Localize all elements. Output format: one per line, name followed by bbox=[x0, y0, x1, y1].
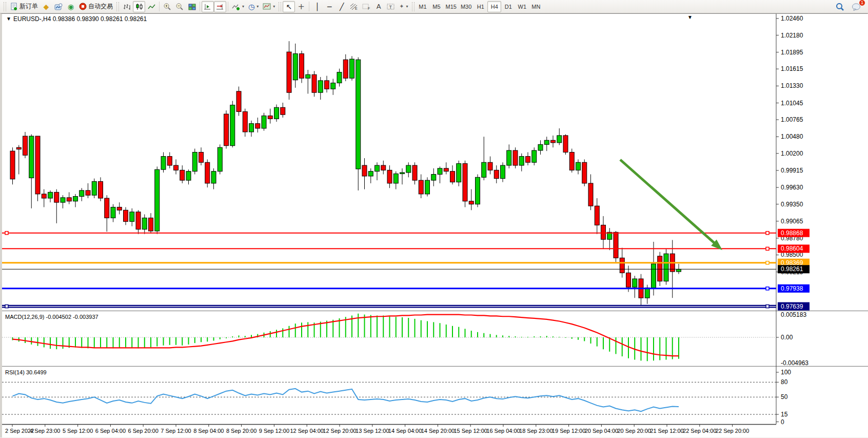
notification-badge: 1 bbox=[859, 0, 865, 6]
chevron-down-icon: ▾ bbox=[242, 4, 244, 9]
crosshair-icon: + bbox=[298, 3, 305, 11]
chart-shift-button[interactable] bbox=[214, 1, 226, 12]
notifications-button[interactable]: 1 bbox=[850, 1, 863, 12]
timeframe-W1[interactable]: W1 bbox=[515, 1, 529, 12]
toolbar-grip[interactable] bbox=[412, 2, 415, 11]
cursor-button[interactable]: ↖ bbox=[283, 1, 295, 12]
indicators-icon bbox=[232, 3, 240, 10]
svg-text:0: 0 bbox=[781, 418, 784, 426]
svg-text:1.01615: 1.01615 bbox=[781, 65, 803, 72]
auto-trade-label: 自动交易 bbox=[88, 2, 113, 11]
vertical-line-icon: │ bbox=[315, 3, 319, 10]
fibonacci-button[interactable]: E bbox=[348, 1, 360, 12]
candlestick-button[interactable] bbox=[133, 1, 145, 12]
tile-windows-button[interactable] bbox=[186, 1, 198, 12]
timeframe-M5[interactable]: M5 bbox=[430, 1, 444, 12]
text-button[interactable]: A bbox=[372, 1, 385, 12]
svg-text:9 Sep 12:00: 9 Sep 12:00 bbox=[259, 428, 289, 434]
timeframe-M1[interactable]: M1 bbox=[416, 1, 430, 12]
zoom-out-button[interactable] bbox=[173, 1, 186, 12]
svg-text:8 Sep 20:00: 8 Sep 20:00 bbox=[226, 428, 257, 434]
svg-text:50: 50 bbox=[781, 393, 788, 401]
svg-text:22 Sep 20:00: 22 Sep 20:00 bbox=[716, 428, 749, 434]
templates-button[interactable]: ▾ bbox=[261, 1, 277, 12]
svg-text:0.005183: 0.005183 bbox=[781, 311, 806, 318]
gold-button[interactable]: ◆ bbox=[40, 1, 52, 12]
periods-button[interactable]: ◷ ▾ bbox=[246, 1, 261, 12]
svg-text:14 Sep 20:00: 14 Sep 20:00 bbox=[421, 428, 455, 434]
chart-shift-marker[interactable]: ▼ bbox=[687, 14, 693, 20]
timeframe-M30[interactable]: M30 bbox=[459, 1, 474, 12]
indicators-button[interactable]: ▾ bbox=[230, 1, 246, 12]
new-order-label: 新订单 bbox=[19, 2, 38, 11]
equidistant-icon: F bbox=[362, 3, 370, 10]
zoom-out-icon bbox=[175, 3, 184, 10]
svg-text:1.01330: 1.01330 bbox=[781, 82, 803, 89]
templates-icon bbox=[263, 3, 271, 10]
timeframe-H4[interactable]: H4 bbox=[487, 1, 501, 12]
svg-text:20 Sep 04:00: 20 Sep 04:00 bbox=[585, 428, 618, 434]
text-label-button[interactable]: T bbox=[385, 1, 397, 12]
svg-text:22 Sep 04:00: 22 Sep 04:00 bbox=[683, 428, 716, 434]
bar-chart-button[interactable] bbox=[121, 1, 133, 12]
timeframe-M15[interactable]: M15 bbox=[444, 1, 459, 12]
line-chart-button[interactable] bbox=[145, 1, 157, 12]
toolbar-grip[interactable] bbox=[4, 2, 6, 11]
svg-text:6 Sep 20:00: 6 Sep 20:00 bbox=[128, 428, 159, 434]
svg-text:80: 80 bbox=[781, 378, 788, 386]
shapes-button[interactable]: ✦ ▾ bbox=[397, 1, 410, 12]
trendline-button[interactable]: ╱ bbox=[336, 1, 348, 12]
svg-text:0.98604: 0.98604 bbox=[781, 245, 803, 252]
new-order-button[interactable]: 新订单 bbox=[8, 1, 40, 12]
svg-text:1.00765: 1.00765 bbox=[781, 116, 803, 123]
search-icon bbox=[836, 3, 844, 11]
svg-text:14 Sep 04:00: 14 Sep 04:00 bbox=[388, 428, 422, 434]
shapes-icon: ✦ bbox=[399, 4, 404, 9]
timeframe-MN[interactable]: MN bbox=[529, 1, 543, 12]
fibonacci-icon: E bbox=[350, 3, 358, 10]
rsi-label: RSI(14) 30.6499 bbox=[5, 369, 47, 375]
vertical-line-button[interactable]: │ bbox=[311, 1, 323, 12]
svg-text:1.01045: 1.01045 bbox=[781, 100, 803, 107]
text-icon: A bbox=[377, 3, 381, 10]
chart-profile-button[interactable] bbox=[52, 1, 65, 12]
signal-button[interactable]: ◉ bbox=[65, 1, 77, 12]
svg-text:15 Sep 12:00: 15 Sep 12:00 bbox=[453, 428, 487, 434]
bar-chart-icon bbox=[123, 3, 131, 10]
chevron-down-icon: ▾ bbox=[257, 4, 259, 9]
svg-text:13 Sep 12:00: 13 Sep 12:00 bbox=[356, 428, 389, 434]
signal-icon: ◉ bbox=[68, 3, 74, 10]
auto-trade-button[interactable]: 自动交易 bbox=[77, 1, 115, 12]
search-button[interactable] bbox=[834, 1, 846, 12]
trendline-icon: ╱ bbox=[340, 3, 344, 10]
horizontal-line-icon: ─ bbox=[327, 3, 331, 10]
macd-label: MACD(12,26,9) -0.004502 -0.003937 bbox=[5, 314, 98, 320]
gold-icon: ◆ bbox=[44, 3, 49, 10]
svg-text:-0.004963: -0.004963 bbox=[781, 359, 808, 367]
toolbar-grip[interactable] bbox=[116, 2, 119, 11]
svg-text:15: 15 bbox=[781, 411, 788, 418]
chevron-down-icon: ▾ bbox=[273, 4, 275, 9]
svg-text:21 Sep 12:00: 21 Sep 12:00 bbox=[650, 428, 683, 434]
toolbar-grip[interactable] bbox=[279, 2, 281, 11]
svg-text:1.00480: 1.00480 bbox=[781, 133, 803, 140]
chart-canvas[interactable]: 1.024601.021801.018951.016151.013301.010… bbox=[2, 14, 868, 437]
auto-scroll-button[interactable] bbox=[202, 1, 214, 12]
clock-icon: ◷ bbox=[248, 3, 254, 10]
chart-window[interactable]: 1.024601.021801.018951.016151.013301.010… bbox=[0, 13, 868, 437]
horizontal-line-button[interactable]: ─ bbox=[323, 1, 336, 12]
svg-text:▼: ▼ bbox=[6, 16, 11, 22]
timeframe-H1[interactable]: H1 bbox=[474, 1, 487, 12]
svg-text:1.01895: 1.01895 bbox=[781, 49, 803, 56]
svg-text:0.99350: 0.99350 bbox=[781, 201, 803, 208]
tile-windows-icon bbox=[188, 3, 196, 10]
auto-scroll-icon bbox=[204, 3, 212, 10]
crosshair-button[interactable]: + bbox=[295, 1, 307, 12]
equidistant-button[interactable]: F bbox=[360, 1, 372, 12]
svg-text:18 Sep 23:00: 18 Sep 23:00 bbox=[519, 428, 553, 434]
chevron-down-icon: ▾ bbox=[406, 4, 408, 9]
svg-text:16 Sep 04:00: 16 Sep 04:00 bbox=[486, 428, 520, 434]
timeframe-D1[interactable]: D1 bbox=[501, 1, 515, 12]
svg-text:8 Sep 04:00: 8 Sep 04:00 bbox=[193, 428, 224, 434]
zoom-in-button[interactable] bbox=[161, 1, 173, 12]
